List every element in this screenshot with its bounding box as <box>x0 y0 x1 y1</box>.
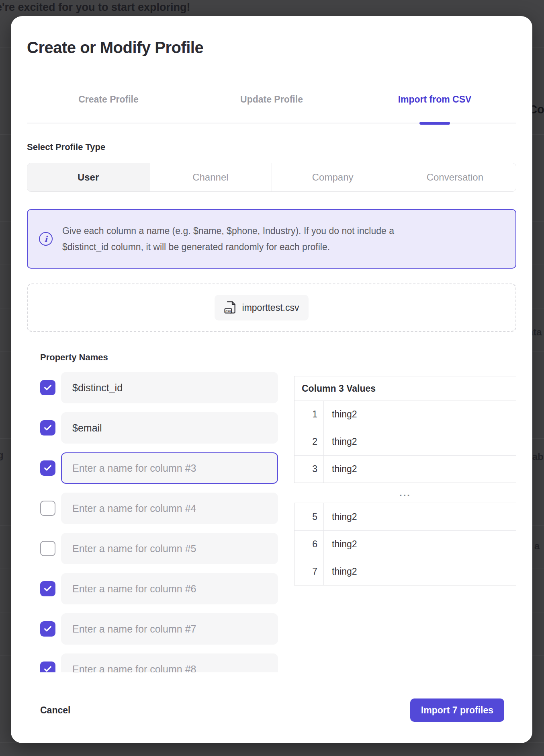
row-index: 6 <box>294 531 324 558</box>
row-index: 7 <box>294 558 324 585</box>
property-checkbox-4[interactable] <box>40 501 55 516</box>
table-row: 2 thing2 <box>294 428 516 455</box>
svg-text:csv: csv <box>225 309 231 313</box>
background-fragment: a <box>534 540 540 552</box>
property-checkbox-6[interactable] <box>40 581 55 596</box>
modal-footer: Cancel Import 7 profiles <box>40 698 504 722</box>
uploaded-file-name: importtest.csv <box>242 302 299 313</box>
property-rows <box>40 372 278 672</box>
property-row-3 <box>40 452 278 484</box>
tab-create-profile[interactable]: Create Profile <box>27 93 190 105</box>
property-checkbox-8[interactable] <box>40 662 55 672</box>
info-banner-line: Give each column a name (e.g. $name, $ph… <box>62 223 394 239</box>
property-row-5 <box>40 533 278 564</box>
profile-type-user[interactable]: User <box>27 163 149 191</box>
modal-tabs: Create Profile Update Profile Import fro… <box>27 93 516 105</box>
rows-ellipsis: ... <box>294 483 516 503</box>
check-icon <box>43 383 52 392</box>
property-name-input-2[interactable] <box>61 412 278 444</box>
table-row: 5 thing2 <box>294 503 516 530</box>
import-profiles-button[interactable]: Import 7 profiles <box>410 698 504 722</box>
modal-title: Create or Modify Profile <box>27 38 516 57</box>
csv-file-icon: csv <box>224 300 237 315</box>
property-name-input-5[interactable] <box>61 533 278 564</box>
property-checkbox-7[interactable] <box>40 621 55 637</box>
property-name-input-7[interactable] <box>61 613 278 645</box>
row-value: thing2 <box>324 401 516 428</box>
property-checkbox-5[interactable] <box>40 541 55 556</box>
select-profile-type-label: Select Profile Type <box>27 142 516 153</box>
mapping-section: Column 3 Values 1 thing2 2 thing2 3 thin… <box>40 372 516 672</box>
cancel-button[interactable]: Cancel <box>40 705 70 716</box>
create-or-modify-profile-modal: Create or Modify Profile Create Profile … <box>11 16 532 743</box>
profile-type-conversation[interactable]: Conversation <box>394 163 516 191</box>
info-icon: i <box>39 232 53 246</box>
row-value: thing2 <box>324 531 516 558</box>
property-row-1 <box>40 372 278 403</box>
table-row: 7 thing2 <box>294 558 516 585</box>
property-name-input-6[interactable] <box>61 573 278 604</box>
active-tab-indicator <box>419 122 450 125</box>
property-row-4 <box>40 493 278 524</box>
check-icon <box>43 625 52 633</box>
info-banner-text: Give each column a name (e.g. $name, $ph… <box>62 223 394 255</box>
profile-type-segmented-control: User Channel Company Conversation <box>27 163 516 192</box>
property-name-input-1[interactable] <box>61 372 278 403</box>
row-value: thing2 <box>324 503 516 530</box>
property-row-8 <box>40 653 278 672</box>
property-checkbox-2[interactable] <box>40 420 55 436</box>
property-checkbox-1[interactable] <box>40 380 55 395</box>
table-row: 1 thing2 <box>294 401 516 428</box>
property-name-input-3[interactable] <box>61 452 278 484</box>
row-value: thing2 <box>324 456 516 483</box>
property-names-label: Property Names <box>40 352 516 363</box>
values-table-header: Column 3 Values <box>294 376 516 401</box>
profile-type-channel[interactable]: Channel <box>149 163 271 191</box>
check-icon <box>43 665 52 672</box>
csv-dropzone[interactable]: csv importtest.csv <box>27 284 516 332</box>
values-table-top: Column 3 Values 1 thing2 2 thing2 3 thin… <box>294 376 516 483</box>
tab-import-from-csv[interactable]: Import from CSV <box>353 93 516 105</box>
background-heading-text: e're excited for you to start exploring! <box>0 1 190 14</box>
property-name-input-4[interactable] <box>61 493 278 524</box>
table-row: 6 thing2 <box>294 530 516 558</box>
info-banner-line: $distinct_id column, it will be generate… <box>62 239 394 255</box>
row-value: thing2 <box>324 428 516 455</box>
tabs-divider <box>27 123 516 123</box>
info-banner: i Give each column a name (e.g. $name, $… <box>27 209 516 269</box>
column-values-preview: Column 3 Values 1 thing2 2 thing2 3 thin… <box>294 376 516 585</box>
row-index: 2 <box>294 428 324 455</box>
background-fragment: g <box>0 450 4 461</box>
profile-type-company[interactable]: Company <box>272 163 394 191</box>
tab-update-profile[interactable]: Update Profile <box>190 93 353 105</box>
property-row-6 <box>40 573 278 604</box>
values-table-bottom: 5 thing2 6 thing2 7 thing2 <box>294 503 516 585</box>
row-index: 3 <box>294 456 324 483</box>
background-grid-line-vertical <box>541 16 541 756</box>
row-index: 1 <box>294 401 324 428</box>
remove-file-button[interactable] <box>317 301 329 314</box>
property-checkbox-3[interactable] <box>40 460 55 476</box>
property-name-input-8[interactable] <box>61 653 278 672</box>
check-icon <box>43 464 52 473</box>
property-row-7 <box>40 613 278 645</box>
check-icon <box>43 423 52 432</box>
uploaded-file-chip: csv importtest.csv <box>215 295 309 320</box>
property-row-2 <box>40 412 278 444</box>
table-row: 3 thing2 <box>294 455 516 483</box>
row-index: 5 <box>294 503 324 530</box>
row-value: thing2 <box>324 558 516 585</box>
check-icon <box>43 584 52 593</box>
